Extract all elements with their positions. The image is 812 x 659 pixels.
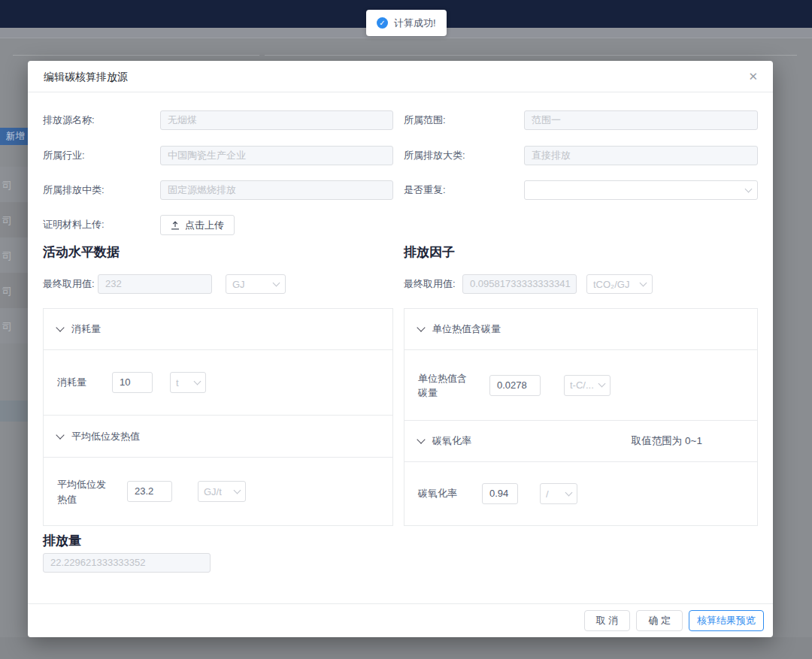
table-row: 司 [0,237,28,273]
chevron-down-icon [273,279,280,286]
oxidation-rate-panel-header[interactable]: 碳氧化率 取值范围为 0~1 [404,420,757,461]
collapse-chevron-icon[interactable] [56,323,64,331]
upload-label: 证明材料上传: [43,215,105,234]
source-name-label: 排放源名称: [43,110,95,130]
consumption-panel-header[interactable]: 消耗量 [44,309,392,349]
toast-message: 计算成功! [394,17,436,30]
oxidation-rate-range-hint: 取值范围为 0~1 [632,434,702,448]
edit-emission-source-dialog: 编辑碳核算排放源 ✕ 排放源名称: 无烟煤 所属范围: 范围一 所属行业: 中国… [28,61,773,637]
industry-input: 中国陶瓷生产企业 [160,146,393,165]
consumption-panel-body: 消耗量 10 t [44,349,392,415]
background-panel-right [265,55,797,61]
emission-section-title: 排放量 [43,532,81,549]
chevron-down-icon [194,377,201,385]
cancel-button[interactable]: 取 消 [584,610,631,631]
table-row: 司 [0,308,28,343]
collapse-chevron-icon[interactable] [56,431,64,439]
activity-panels: 消耗量 消耗量 10 t 平均低位发热值 平均低位发热值 23.2 GJ/t [43,308,393,526]
oxidation-rate-row-label: 碳氧化率 [418,486,457,501]
oxidation-rate-panel-title: 碳氧化率 [432,434,471,448]
oxidation-rate-unit-select[interactable]: / [540,483,577,504]
dialog-footer: 取 消 确 定 核算结果预览 [28,603,773,637]
carbon-content-panel-body: 单位热值含碳量 0.0278 t-C/... [404,349,757,420]
final-value-row: 最终取用值: 232 GJ 最终取用值: 0.09581733333333341… [28,274,773,294]
carbon-content-row-label: 单位热值含碳量 [418,370,472,400]
collapse-chevron-icon[interactable] [417,323,425,331]
background-panel-left [13,55,259,61]
upload-button[interactable]: 点击上传 [160,215,235,235]
heat-value-panel-header[interactable]: 平均低位发热值 [44,415,392,457]
table-row: 司 [0,273,28,308]
page-background-bottom [0,637,812,659]
heat-value-unit-value: GJ/t [204,486,222,497]
dialog-title: 编辑碳核算排放源 [44,61,128,92]
factor-final-label: 最终取用值: [404,274,456,294]
close-icon[interactable]: ✕ [748,69,758,84]
chevron-down-icon [234,486,241,494]
success-toast: ✓ 计算成功! [366,10,447,36]
heat-value-panel-title: 平均低位发热值 [71,430,140,443]
upload-icon [171,221,180,230]
activity-final-label: 最终取用值: [43,274,95,294]
activity-unit-value: GJ [232,279,245,290]
oxidation-rate-unit-value: / [546,488,549,500]
consumption-input[interactable]: 10 [112,372,153,393]
emission-result-input: 22.229621333333352 [43,553,211,573]
major-category-input: 直接排放 [524,146,758,165]
mid-category-label: 所属排放中类: [43,180,105,200]
consumption-panel-title: 消耗量 [71,322,101,336]
chevron-down-icon [598,380,606,388]
factor-final-input: 0.09581733333333341 [462,274,577,294]
oxidation-rate-panel-body: 碳氧化率 0.94 / [404,461,757,525]
form-row: 所属行业: 中国陶瓷生产企业 所属排放大类: 直接排放 [28,146,773,165]
success-check-icon: ✓ [377,17,388,29]
carbon-content-unit-value: t-C/... [570,379,594,391]
collapse-chevron-icon[interactable] [417,435,425,443]
industry-label: 所属行业: [43,146,85,165]
consumption-unit-value: t [176,377,179,388]
factor-panels: 单位热值含碳量 单位热值含碳量 0.0278 t-C/... 碳氧化率 取值范围… [404,308,758,526]
scope-label: 所属范围: [404,110,446,130]
table-row-selected [0,401,28,422]
major-category-label: 所属排放大类: [404,146,465,165]
activity-final-input: 232 [98,274,212,294]
table-row: 司 [0,167,28,202]
confirm-button[interactable]: 确 定 [636,610,683,631]
upload-button-label: 点击上传 [185,219,224,232]
activity-unit-select: GJ [226,274,286,294]
form-row: 排放源名称: 无烟煤 所属范围: 范围一 [28,110,773,130]
scope-input: 范围一 [524,110,758,130]
form-row: 所属排放中类: 固定源燃烧排放 是否重复: [28,180,773,200]
duplicate-label: 是否重复: [404,180,446,200]
heat-value-panel-body: 平均低位发热值 23.2 GJ/t [44,457,392,525]
factor-unit-select: tCO₂/GJ [586,274,653,294]
activity-section-title: 活动水平数据 [43,243,120,261]
heat-value-row-label: 平均低位发热值 [57,477,110,506]
carbon-content-unit-select[interactable]: t-C/... [564,375,611,396]
source-name-input: 无烟煤 [160,110,393,130]
app-screen: 新增 司 司 司 司 司 ✓ 计算成功! 编辑碳核算排放源 ✕ 排放源名称: 无… [0,0,812,659]
table-row: 司 [0,202,28,237]
dialog-header: 编辑碳核算排放源 ✕ [28,61,773,92]
result-preview-button[interactable]: 核算结果预览 [689,610,764,631]
factor-section-title: 排放因子 [404,243,455,261]
heat-value-input[interactable]: 23.2 [127,481,172,502]
chevron-down-icon [745,185,753,192]
form-row: 证明材料上传: 点击上传 [28,215,773,234]
carbon-content-panel-header[interactable]: 单位热值含碳量 [404,309,757,349]
oxidation-rate-input[interactable]: 0.94 [482,483,518,504]
add-emission-source-button[interactable]: 新增 [0,128,28,145]
consumption-unit-select[interactable]: t [170,372,206,393]
background-divider [0,38,812,38]
chevron-down-icon [565,488,573,496]
consumption-row-label: 消耗量 [57,375,86,390]
mid-category-input: 固定源燃烧排放 [160,180,393,200]
duplicate-select[interactable] [524,180,758,200]
chevron-down-icon [640,279,647,286]
factor-unit-value: tCO₂/GJ [593,279,629,290]
heat-value-unit-select[interactable]: GJ/t [198,481,246,502]
carbon-content-input[interactable]: 0.0278 [489,375,541,396]
carbon-content-panel-title: 单位热值含碳量 [432,322,501,336]
